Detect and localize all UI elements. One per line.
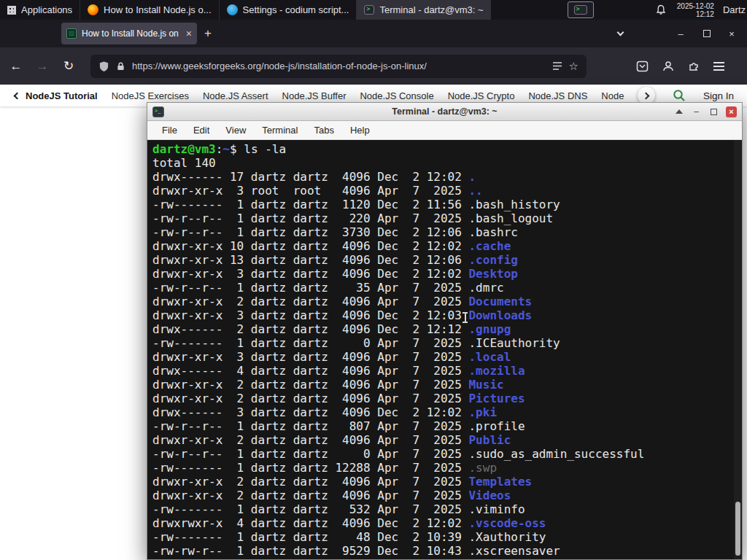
applications-label: Applications [21,4,72,15]
page-nav-links: NodeJS Tutorial NodeJS Exercises Node.JS… [0,90,626,101]
notification-bell-button[interactable] [655,4,667,16]
nav-link-buffer[interactable]: Node.JS Buffer [282,90,347,101]
file-meta: -rw------- 1 dartz dartz 12288 Apr 7 202… [152,461,468,475]
terminal-scrollbar-thumb[interactable] [735,502,740,556]
prompt-path: ~ [222,142,230,156]
taskbar-button-terminal[interactable]: Terminal - dartz@vm3: ~ [356,0,490,20]
terminal-shade-button[interactable] [673,106,684,117]
file-name: .Xauthority [468,530,546,544]
file-name: .bash_history [468,198,560,211]
browser-nav-bar: ← → ↻ https://www.geeksforgeeks.org/node… [0,47,747,85]
menu-file[interactable]: File [154,121,185,140]
lock-icon[interactable] [116,61,125,71]
nav-link-dns[interactable]: Node.JS DNS [528,90,587,101]
terminal-output[interactable]: dartz@vm3:~$ ls -la total 140 drwx------… [147,140,742,559]
terminal-line: drwxr-xr-x 10 dartz dartz 4096 Dec 2 12:… [152,239,742,253]
url-bar[interactable]: https://www.geeksforgeeks.org/node-js/in… [90,55,587,78]
window-minimize-button[interactable]: – [676,28,686,39]
site-favicon-icon [66,28,77,39]
terminal-total-line: total 140 [152,156,742,170]
terminal-maximize-button[interactable] [708,106,719,117]
taskbar-button-codium[interactable]: Settings - codium script... [219,0,357,20]
file-meta: drwx------ 17 dartz dartz 4096 Dec 2 12:… [152,170,468,184]
nav-link-assert[interactable]: Node.JS Assert [203,90,268,101]
terminal-line: drwxrwxr-x 4 dartz dartz 4096 Dec 2 12:0… [152,516,742,530]
file-meta: drwx------ 3 dartz dartz 4096 Dec 2 12:0… [152,405,468,419]
new-tab-button[interactable]: + [204,26,212,41]
terminal-line: drwxr-xr-x 2 dartz dartz 4096 Apr 7 2025… [152,489,742,502]
terminal-line: -rw-r--r-- 1 dartz dartz 35 Apr 7 2025 .… [152,281,742,295]
prompt-command: ls -la [244,142,286,156]
active-window-icon-box[interactable] [568,1,594,18]
pocket-icon[interactable] [636,61,649,72]
nav-item-primary[interactable]: NodeJS Tutorial [15,90,98,101]
sign-in-button[interactable]: Sign In [703,90,734,101]
file-name: Videos [468,489,511,502]
terminal-line: drwxr-xr-x 2 dartz dartz 4096 Apr 7 2025… [152,295,742,308]
file-meta: -rw------- 1 dartz dartz 532 Apr 7 2025 [152,502,468,516]
window-maximize-button[interactable] [703,30,711,37]
terminal-line: -rw------- 1 dartz dartz 532 Apr 7 2025 … [152,502,742,516]
caret-up-icon [676,109,683,114]
file-name: Pictures [468,392,525,405]
firefox-icon [88,4,98,15]
file-name: .gnupg [468,322,511,336]
nav-link-next[interactable]: Node [601,90,624,101]
taskbar-button-firefox[interactable]: How to Install Node.js o... [80,0,218,20]
search-icon[interactable] [673,89,686,102]
terminal-app-icon [152,106,164,117]
file-meta: -rw-rw-r-- 1 dartz dartz 9529 Dec 2 10:4… [152,544,468,558]
list-tabs-chevron-icon[interactable] [617,29,624,36]
nav-link-exercises[interactable]: NodeJS Exercises [112,90,189,101]
reload-button[interactable]: ↻ [61,58,76,74]
menu-icon[interactable] [713,66,724,67]
terminal-line: -rw------- 1 dartz dartz 48 Dec 2 10:39 … [152,530,742,544]
terminal-line: drwxr-xr-x 13 dartz dartz 4096 Dec 2 12:… [152,253,742,267]
file-name: .. [468,184,482,198]
terminal-line: drwxr-xr-x 2 dartz dartz 4096 Apr 7 2025… [152,392,742,405]
file-name: .cache [468,239,511,253]
menu-view[interactable]: View [217,121,254,140]
menu-edit[interactable]: Edit [185,121,217,140]
browser-tab[interactable]: How to Install Node.js on × [61,23,197,44]
file-meta: drwxr-xr-x 3 dartz dartz 4096 Dec 2 12:0… [152,308,468,322]
url-text[interactable]: https://www.geeksforgeeks.org/node-js/in… [132,61,546,71]
applications-menu-button[interactable]: Applications [0,0,80,20]
window-close-button[interactable]: × [727,28,737,39]
file-name: .pki [468,405,497,419]
forward-button[interactable]: → [35,59,50,74]
menu-tabs[interactable]: Tabs [306,121,341,140]
file-meta: -rw------- 1 dartz dartz 48 Dec 2 10:39 [152,530,468,544]
terminal-line: drwxr-xr-x 2 dartz dartz 4096 Apr 7 2025… [152,378,742,392]
terminal-titlebar[interactable]: Terminal - dartz@vm3: ~ – × [147,103,742,121]
menu-help[interactable]: Help [342,121,378,140]
nav-link-console[interactable]: Node.JS Console [360,90,433,101]
file-meta: -rw-r--r-- 1 dartz dartz 0 Apr 7 2025 [152,447,468,461]
terminal-line: drwx------ 2 dartz dartz 4096 Dec 2 12:1… [152,322,742,336]
terminal-title: Terminal - dartz@vm3: ~ [147,106,742,117]
terminal-minimize-button[interactable]: – [691,106,702,117]
file-name: Downloads [468,308,532,322]
terminal-line: drwxr-xr-x 3 dartz dartz 4096 Apr 7 2025… [152,350,742,364]
bookmark-star-icon[interactable]: ☆ [569,60,578,73]
tracking-shield-icon[interactable] [98,61,109,72]
terminal-scrollbar-track[interactable] [734,140,742,559]
nav-primary-label: NodeJS Tutorial [26,90,98,101]
reader-mode-icon[interactable] [552,61,562,71]
menu-terminal[interactable]: Terminal [254,121,306,140]
toolbar-right-icons [636,61,724,72]
prompt-user-host: dartz@vm3 [152,142,216,156]
file-name: .profile [468,419,525,433]
panel-clock[interactable]: 2025-12-02 12:12 [677,2,714,18]
back-button[interactable]: ← [9,59,23,74]
file-meta: drwxr-xr-x 2 dartz dartz 4096 Apr 7 2025 [152,489,468,502]
tab-close-icon[interactable]: × [186,28,192,39]
file-name: .local [468,350,511,364]
nav-link-crypto[interactable]: Node.JS Crypto [448,90,515,101]
extensions-icon[interactable] [688,61,700,72]
prompt-colon: : [216,142,223,156]
terminal-line: -rw-rw-r-- 1 dartz dartz 9529 Dec 2 10:4… [152,544,742,558]
terminal-line: drwxr-xr-x 3 dartz dartz 4096 Dec 2 12:0… [152,308,742,322]
account-icon[interactable] [662,61,674,72]
terminal-close-button[interactable]: × [726,106,737,117]
